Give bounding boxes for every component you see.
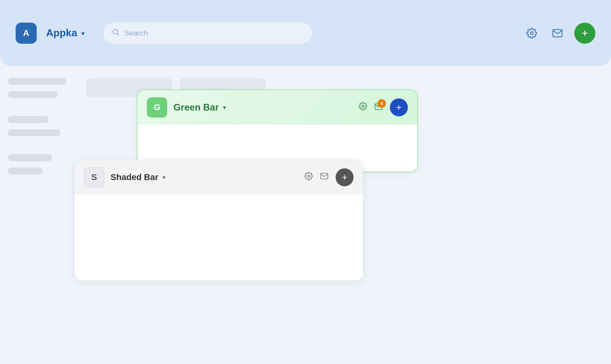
- app-title: Appka: [46, 27, 77, 39]
- green-bar-add-label: +: [396, 102, 402, 113]
- app-logo: A: [16, 23, 37, 44]
- shaded-bar-messages-button[interactable]: [320, 172, 329, 183]
- green-bar-title-wrap: Green Bar ▼: [173, 102, 352, 113]
- green-bar-avatar-letter: G: [154, 102, 160, 112]
- green-bar-avatar: G: [147, 97, 167, 118]
- main-content: G Green Bar ▼: [0, 66, 611, 364]
- sidebar: [0, 66, 74, 364]
- green-bar-header: G Green Bar ▼: [138, 90, 417, 125]
- sidebar-item: [8, 168, 43, 175]
- shaded-bar-title-wrap: Shaded Bar ▼: [111, 172, 298, 182]
- green-bar-messages-button[interactable]: 4: [374, 102, 383, 112]
- messages-button[interactable]: [548, 24, 566, 42]
- shaded-bar-settings-button[interactable]: [304, 172, 313, 183]
- green-bar-chevron-icon[interactable]: ▼: [222, 105, 227, 111]
- cards-area: G Green Bar ▼: [74, 66, 611, 364]
- green-bar-title: Green Bar: [173, 102, 219, 113]
- shaded-bar-body: [75, 194, 363, 280]
- green-bar-add-button[interactable]: +: [390, 98, 408, 116]
- green-bar-settings-button[interactable]: [359, 102, 367, 113]
- sidebar-item: [8, 116, 49, 123]
- shaded-bar-add-label: +: [342, 172, 347, 183]
- mail-badge: 4: [377, 99, 386, 108]
- svg-point-0: [113, 29, 118, 34]
- app-title-chevron-icon[interactable]: ▼: [80, 30, 86, 37]
- svg-point-2: [531, 32, 533, 34]
- logo-letter: A: [23, 28, 29, 38]
- shaded-bar-actions: +: [304, 168, 354, 186]
- svg-point-3: [362, 105, 364, 107]
- shaded-bar-chevron-icon[interactable]: ▼: [161, 175, 166, 180]
- sidebar-item: [8, 91, 58, 98]
- global-add-label: +: [582, 27, 588, 39]
- search-bar[interactable]: [103, 22, 312, 45]
- nav-icons: +: [523, 23, 595, 44]
- shaded-bar-title: Shaded Bar: [111, 172, 158, 182]
- shaded-bar-header: S Shaded Bar ▼: [75, 160, 363, 194]
- search-input[interactable]: [124, 29, 303, 37]
- shaded-bar-avatar-letter: S: [91, 172, 97, 182]
- sidebar-item: [8, 129, 61, 136]
- green-bar-actions: 4 +: [359, 98, 408, 116]
- sidebar-item: [8, 78, 66, 85]
- shaded-bar-add-button[interactable]: +: [336, 168, 354, 186]
- settings-button[interactable]: [523, 24, 541, 42]
- svg-line-1: [117, 34, 119, 35]
- app-title-wrapper: Appka ▼: [46, 27, 86, 39]
- global-add-button[interactable]: +: [574, 23, 595, 44]
- search-icon: [112, 28, 120, 38]
- mail-badge-count: 4: [381, 101, 383, 106]
- shaded-bar-card: S Shaded Bar ▼: [74, 160, 363, 281]
- sidebar-item: [8, 154, 52, 161]
- navbar: A Appka ▼ +: [0, 0, 611, 66]
- shaded-bar-avatar: S: [84, 167, 104, 187]
- svg-point-4: [307, 175, 310, 177]
